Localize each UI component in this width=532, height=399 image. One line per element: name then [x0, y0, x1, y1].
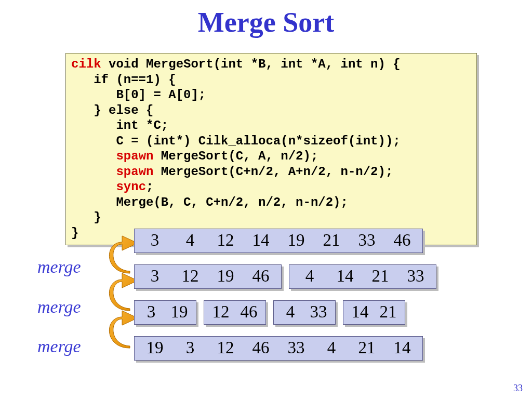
cell: 14: [330, 267, 360, 286]
cell: 21: [365, 267, 395, 286]
code-indent: [71, 165, 116, 179]
code-line: void MergeSort(int *B, int *A, int n) {: [101, 57, 401, 71]
array-row: 3 19 12 46 4 33 14 21: [134, 300, 436, 325]
cell: 33: [307, 302, 330, 322]
cell: 33: [352, 231, 382, 250]
code-indent: [71, 180, 116, 194]
array-box: 3 4 12 14 19 21 33 46: [134, 229, 423, 253]
cell: 46: [246, 267, 276, 286]
merge-labels: merge merge merge: [37, 247, 81, 367]
code-line: Merge(B, C, C+n/2, n/2, n-n/2);: [71, 195, 348, 209]
cell: 12: [210, 338, 241, 357]
code-line: }: [71, 226, 78, 240]
cell: 46: [387, 231, 417, 250]
array-row: 3 4 12 14 19 21 33 46: [134, 229, 436, 253]
cell: 19: [140, 338, 170, 357]
cell: 19: [210, 267, 241, 286]
cell: 3: [140, 231, 170, 250]
code-block: cilk void MergeSort(int *B, int *A, int …: [65, 53, 477, 245]
code-line: }: [71, 210, 101, 224]
cell: 33: [281, 338, 311, 357]
code-line: B[0] = A[0];: [71, 88, 206, 102]
code-line: if (n==1) {: [71, 73, 176, 87]
keyword-spawn: spawn: [116, 165, 153, 179]
cell: 12: [210, 231, 241, 250]
array-box: 4 14 21 33: [289, 264, 436, 289]
array-box: 4 33: [273, 300, 336, 325]
array-box: 19 3 12 46 33 4 21 14: [134, 336, 423, 361]
cell: 46: [246, 338, 276, 357]
page-title: Merge Sort: [0, 6, 532, 38]
merge-label: merge: [37, 247, 81, 287]
array-row: 19 3 12 46 33 4 21 14: [134, 336, 436, 361]
cell: 12: [209, 302, 232, 322]
cell: 21: [377, 302, 400, 322]
cell: 4: [279, 302, 302, 322]
code-line: } else {: [71, 103, 153, 117]
code-line: ;: [146, 180, 153, 194]
cell: 14: [246, 231, 276, 250]
array-box: 3 19: [134, 300, 196, 325]
cell: 3: [175, 338, 205, 357]
code-indent: [71, 149, 116, 163]
array-box: 3 12 19 46: [134, 264, 282, 289]
cell: 14: [387, 338, 417, 357]
cell: 46: [237, 302, 260, 322]
code-line: MergeSort(C+n/2, A+n/2, n-n/2);: [153, 165, 393, 179]
code-line: C = (int*) Cilk_alloca(n*sizeof(int));: [71, 134, 401, 148]
array-box: 12 46: [204, 300, 266, 325]
merge-label: merge: [37, 287, 81, 327]
array-box: 14 21: [343, 300, 405, 325]
cell: 4: [175, 231, 205, 250]
cell: 19: [281, 231, 311, 250]
cell: 3: [140, 267, 170, 286]
merge-label: merge: [37, 327, 81, 367]
keyword-sync: sync: [116, 180, 146, 194]
merge-arrows: [94, 233, 140, 383]
code-line: int *C;: [71, 118, 168, 132]
cell: 14: [349, 302, 371, 322]
cell: 33: [401, 267, 431, 286]
array-rows: 3 4 12 14 19 21 33 46 3 12 19 46 4 14 21…: [134, 229, 436, 372]
cell: 4: [295, 267, 325, 286]
cell: 19: [168, 302, 191, 322]
cell: 12: [175, 267, 205, 286]
code-line: MergeSort(C, A, n/2);: [153, 149, 318, 163]
cell: 3: [140, 302, 163, 322]
cell: 21: [352, 338, 382, 357]
keyword-spawn: spawn: [116, 149, 153, 163]
cell: 21: [316, 231, 347, 250]
page-number: 33: [513, 383, 523, 394]
keyword-cilk: cilk: [71, 57, 101, 71]
array-row: 3 12 19 46 4 14 21 33: [134, 264, 436, 289]
cell: 4: [316, 338, 347, 357]
